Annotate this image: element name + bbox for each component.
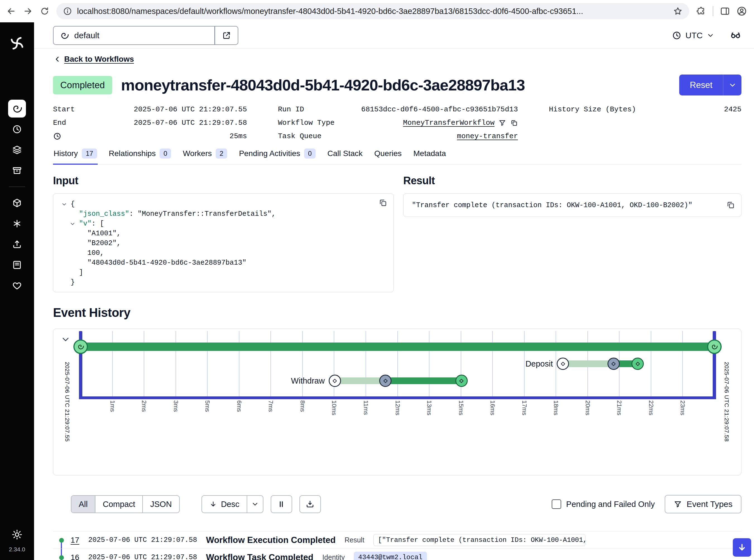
timeline-gridline (398, 331, 398, 396)
sidebar-nav (8, 98, 26, 296)
timeline-tick-label: 7ms (267, 400, 274, 412)
json-text: 100, (87, 248, 104, 258)
url-text: localhost:8080/namespaces/default/workfl… (77, 7, 668, 16)
detail-link[interactable]: money-transfer (457, 132, 518, 140)
activity-scheduled-bar[interactable] (563, 360, 614, 367)
tab-label: Pending Activities (239, 149, 300, 158)
event-id-link[interactable]: 16 (70, 553, 79, 560)
view-toggle-json[interactable]: JSON (142, 496, 179, 513)
reset-button[interactable]: Reset (679, 75, 723, 96)
sidebar-item-nexus[interactable] (8, 215, 26, 233)
browser-reload-button[interactable] (37, 4, 52, 18)
extensions-button[interactable] (694, 4, 708, 18)
labs-button[interactable] (730, 29, 741, 42)
namespace-open-button[interactable] (215, 26, 238, 45)
timeline-tick-label: 5ms (204, 400, 211, 412)
activity-running-bar[interactable] (385, 377, 462, 384)
event-row[interactable]: 162025-07-06 UTC 21:29:07.58Workflow Tas… (53, 548, 741, 560)
sort-desc-button[interactable]: Desc (202, 495, 247, 513)
copy-icon[interactable] (510, 119, 518, 127)
tab-label: Relationships (109, 149, 156, 158)
timeline-gridline (556, 331, 556, 396)
workflow-end-icon[interactable] (707, 339, 721, 354)
sidebar-item-archival[interactable] (8, 162, 26, 180)
browser-forward-button[interactable] (21, 4, 35, 18)
filter-icon[interactable] (498, 119, 506, 127)
download-button[interactable] (300, 495, 321, 513)
sidebar-item-workflows[interactable] (8, 100, 26, 118)
timezone-select[interactable]: UTC (672, 31, 714, 40)
external-link-icon (222, 31, 231, 40)
tab-label: History (54, 149, 78, 158)
activity-closed-marker[interactable] (455, 375, 468, 387)
reset-dropdown-button[interactable] (723, 75, 741, 96)
tab-metadata[interactable]: Metadata (413, 148, 447, 165)
browser-back-button[interactable] (4, 4, 18, 18)
profile-button[interactable] (734, 4, 749, 18)
event-row[interactable]: 172025-07-06 UTC 21:29:07.58Workflow Exe… (53, 531, 741, 548)
pause-button[interactable] (271, 495, 292, 513)
collapse-caret-icon[interactable] (69, 221, 79, 227)
tab-queries[interactable]: Queries (374, 148, 402, 165)
activity-scheduled-marker[interactable] (557, 358, 569, 370)
extensions-puzzle-icon (696, 6, 706, 16)
detail-value-text: 2425 (724, 105, 741, 114)
detail-link[interactable]: MoneyTransferWorkflow (403, 119, 494, 127)
detail-label: Run ID (278, 105, 304, 114)
side-panel-button[interactable] (718, 4, 732, 18)
view-toggle-compact[interactable]: Compact (95, 496, 142, 513)
theme-toggle-button[interactable] (12, 529, 22, 541)
activity-scheduled-bar[interactable] (335, 377, 386, 384)
status-badge: Completed (53, 76, 112, 94)
timeline-collapse-button[interactable] (61, 335, 70, 346)
profile-avatar-icon (736, 6, 747, 17)
workflow-tabs: History17Relationships0Workers2Pending A… (53, 148, 741, 165)
bookmark-star-icon[interactable] (673, 6, 682, 16)
site-info-icon[interactable] (63, 7, 72, 16)
temporal-logo[interactable] (9, 35, 25, 53)
sidebar-item-batch-operations[interactable] (8, 141, 26, 159)
tab-count-badge: 17 (82, 148, 97, 159)
collapse-caret-icon[interactable] (61, 201, 70, 207)
tab-history[interactable]: History17 (53, 148, 98, 165)
sidebar-item-deployments[interactable] (8, 194, 26, 212)
sort-dropdown-button[interactable] (247, 495, 263, 513)
activity-started-marker[interactable] (608, 358, 620, 370)
tab-call-stack[interactable]: Call Stack (327, 148, 363, 165)
json-line: ] (61, 268, 386, 278)
sidebar-item-import[interactable] (8, 235, 26, 253)
back-to-workflows-link[interactable]: Back to Workflows (53, 55, 134, 64)
event-status-dot (59, 538, 64, 543)
pending-failed-checkbox[interactable] (552, 499, 561, 509)
tab-workers[interactable]: Workers2 (182, 148, 228, 165)
event-list: 172025-07-06 UTC 21:29:07.58Workflow Exe… (53, 531, 741, 560)
event-id-link[interactable]: 17 (70, 536, 79, 545)
json-text: "B2002", (87, 238, 121, 248)
event-types-button[interactable]: Event Types (665, 495, 741, 513)
workflow-execution-bar[interactable] (81, 342, 714, 351)
browser-address-bar[interactable]: localhost:8080/namespaces/default/workfl… (56, 3, 689, 19)
view-toggle-all[interactable]: All (72, 496, 95, 513)
input-heading: Input (53, 175, 394, 187)
activity-scheduled-marker[interactable] (329, 375, 341, 387)
sidebar-item-schedules[interactable] (8, 120, 26, 138)
event-history-controls: AllCompactJSON Desc Pending and Failed O… (53, 495, 741, 513)
namespace-select[interactable]: default (53, 26, 215, 45)
copy-result-button[interactable] (726, 200, 735, 211)
activity-closed-marker[interactable] (631, 358, 644, 370)
tab-label: Workers (183, 149, 212, 158)
event-timestamp: 2025-07-06 UTC 21:29:07.58 (88, 553, 197, 560)
workflow-start-icon[interactable] (74, 339, 88, 354)
sidebar-item-feedback[interactable] (8, 277, 26, 295)
json-line: "48043d0d-5b41-4920-bd6c-3ae28897ba13" (61, 258, 386, 268)
timeline-tick-label: 10ms (330, 400, 338, 415)
sidebar-item-reference[interactable] (8, 256, 26, 274)
copy-input-button[interactable] (379, 198, 387, 208)
scroll-to-bottom-button[interactable] (733, 538, 751, 557)
event-name: Workflow Execution Completed (206, 535, 335, 545)
activity-started-marker[interactable] (379, 375, 391, 387)
chevron-down-icon (251, 500, 259, 508)
result-heading: Result (403, 175, 741, 187)
tab-relationships[interactable]: Relationships0 (108, 148, 171, 165)
tab-pending-activities[interactable]: Pending Activities0 (238, 148, 316, 165)
